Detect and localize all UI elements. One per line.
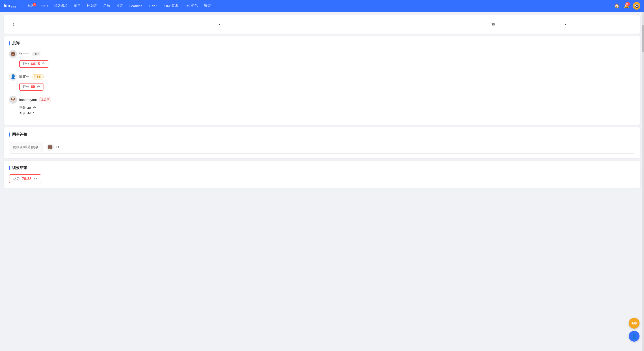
scrollbar-track[interactable] (642, 12, 644, 351)
nav-item-baobiao[interactable]: 报表 (114, 2, 126, 9)
reviewer-avatar-3: 🐶 (9, 96, 17, 104)
nav-item-zongjie[interactable]: 总结 (100, 2, 113, 9)
scrollbar-thumb[interactable] (642, 25, 644, 52)
top-row-table: 2 - 90 - (9, 20, 635, 29)
review-block-zhangyi: 🐻 张一一 自评 评分 64.15 分 (9, 50, 635, 68)
avatar-emoji: ⚽ (634, 3, 639, 8)
reviewer-tag-2: 同事评 (32, 74, 44, 79)
title-bar (9, 41, 10, 45)
general-review-card: 总评 🐻 张一一 自评 评分 64.15 分 👤 同事一 同事评 评分 (4, 36, 640, 125)
peer-review-card: 同事评价 同级或同部门同事 🐻 张一 (4, 127, 640, 158)
home-button[interactable]: 🏠 (613, 2, 620, 9)
nav-items: 动态 8 OKR 绩效考核 项目 计划表 总结 报表 Learning 1 on… (25, 2, 613, 9)
top-row-col4: - (561, 20, 635, 29)
top-row-col3: 90 (488, 20, 562, 29)
reviewer-row-1: 🐻 张一一 自评 (9, 50, 635, 58)
reviewer-name-3: kobe bryant (19, 98, 37, 102)
peer-label: 同级或同部门同事 (9, 142, 43, 152)
nav-item-jixiao[interactable]: 绩效考核 (52, 2, 70, 9)
total-score-box: 总分 79.38 分 (9, 174, 41, 183)
nav-item-okr[interactable]: OKR (38, 3, 51, 9)
reviewer-avatar-1: 🐻 (9, 50, 17, 58)
logo-com: .com (10, 5, 16, 8)
reviewer-name-2: 同事一 (19, 75, 29, 79)
notification-button[interactable]: 🔔 99+ (623, 2, 630, 9)
support-icon: 👤 (632, 334, 637, 339)
score-plain-3: 评分 40 分 (19, 106, 635, 110)
reviewer-tag-1: 自评 (32, 52, 40, 56)
peer-title-bar (9, 132, 10, 137)
reviewer-row-3: 🐶 kobe bryant 上级评 (9, 96, 635, 104)
nav-item-okrfupan[interactable]: OKR复盘 (162, 2, 181, 9)
peer-row: 同级或同部门同事 🐻 张一 (9, 141, 635, 154)
main-content: 2 - 90 - 总评 🐻 张一一 自评 评分 64.15 分 (0, 12, 644, 191)
performance-result-card: 绩效结果 总分 79.38 分 (4, 161, 640, 188)
logo[interactable]: tita .com (4, 3, 16, 9)
general-review-title: 总评 (9, 41, 635, 46)
peer-avatar-1: 🐻 (46, 143, 54, 151)
top-row-col2: - (215, 20, 488, 29)
score-box-1: 评分 64.15 分 (19, 60, 48, 68)
result-title-bar (9, 166, 10, 170)
reviewer-avatar-2: 👤 (9, 73, 17, 81)
reviewer-tag-3: 上级评 (39, 97, 51, 102)
reviewer-name-1: 张一一 (19, 52, 29, 56)
top-row-card: 2 - 90 - (4, 15, 640, 33)
top-row-col1: 2 (9, 20, 215, 29)
peer-name-1: 张一 (56, 145, 62, 149)
peer-review-title: 同事评价 (9, 132, 635, 137)
nav-item-learning[interactable]: Learning (126, 3, 145, 9)
nav-item-1on1[interactable]: 1 on 1 (146, 3, 161, 9)
score-box-2: 评分 60 分 (19, 83, 44, 91)
nav-item-xiangmu[interactable]: 项目 (71, 2, 83, 9)
home-icon: 🏠 (614, 3, 620, 8)
nav-divider (22, 3, 22, 8)
peer-avatars: 🐻 张一 (43, 141, 66, 153)
nav-item-jihuabiao[interactable]: 计划表 (84, 2, 100, 9)
logo-text: tita (4, 3, 10, 9)
dongtai-badge: 8 (33, 3, 36, 6)
float-new-button[interactable]: 新版 (629, 318, 640, 329)
float-support-button[interactable]: 👤 (629, 331, 640, 342)
review-block-tongshi: 👤 同事一 同事评 评分 60 分 (9, 73, 635, 91)
performance-result-title: 绩效结果 (9, 165, 635, 170)
navbar: tita .com 动态 8 OKR 绩效考核 项目 计划表 总结 报表 Lea… (0, 0, 644, 12)
reviewer-row-2: 👤 同事一 同事评 (9, 73, 635, 81)
comment-row-3: 评语 4444 (19, 111, 635, 115)
nav-item-diaocha[interactable]: 调查 (202, 2, 214, 9)
nav-item-360[interactable]: 360 评估 (182, 2, 200, 9)
bell-badge: 99+ (626, 2, 630, 6)
nav-right: 🏠 🔔 99+ ⚽ (613, 2, 640, 10)
review-block-kobe: 🐶 kobe bryant 上级评 评分 40 分 评语 4444 (9, 96, 635, 115)
user-avatar[interactable]: ⚽ (633, 2, 640, 10)
nav-item-dongtai[interactable]: 动态 8 (25, 2, 37, 9)
